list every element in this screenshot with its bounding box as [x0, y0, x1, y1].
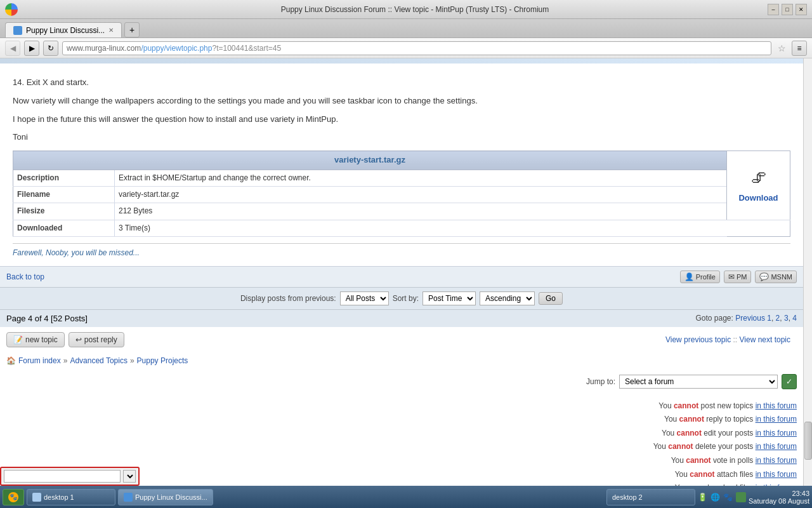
forum-bottom-bar: Page 4 of 4 [52 Posts] Goto page: Previo… [0, 309, 803, 327]
scrollbar-thumb[interactable] [804, 422, 812, 460]
page-2-link[interactable]: 2 [776, 314, 780, 323]
pm-icon: ✉ [728, 272, 735, 281]
back-to-top-link[interactable]: Back to top [6, 272, 44, 281]
signature-text: Farewell, Nooby, you will be missed... [13, 248, 140, 257]
download-bar [0, 467, 140, 486]
para2: I hope in the future this will answer th… [13, 113, 790, 126]
goto-page: Goto page: Previous 1, 2, 3, 4 [695, 314, 797, 323]
window-controls: – □ ✕ [768, 4, 807, 15]
msnm-icon: 💬 [759, 272, 769, 281]
chrome-logo [5, 3, 18, 16]
url-scheme: www.murga-linux.com [67, 44, 141, 53]
view-next-topic-link[interactable]: View next topic [740, 335, 791, 344]
pm-label: PM [737, 273, 747, 281]
breadcrumb: 🏠 Forum index » Advanced Topics » Puppy … [0, 352, 803, 369]
order-select[interactable]: Ascending [480, 291, 535, 305]
post-footer: Back to top 👤 Profile ✉ PM 💬 MSNM [0, 266, 803, 287]
post-reply-icon: ↩ [75, 335, 82, 344]
msnm-button[interactable]: 💬 MSNM [755, 271, 797, 283]
profile-icon: 👤 [684, 272, 694, 281]
menu-button[interactable]: ≡ [792, 41, 807, 56]
para1: Now variety will change the wallpapers a… [13, 95, 790, 108]
perm-link-1[interactable]: in this forum [756, 401, 797, 410]
address-bar[interactable]: www.murga-linux.com /puppy/viewtopic.php… [62, 41, 771, 55]
pm-button[interactable]: ✉ PM [724, 271, 752, 283]
posts-count[interactable]: 52 Posts [53, 314, 86, 323]
description-row: Description Extract in $HOME/Startup and… [13, 170, 790, 186]
home-icon: 🏠 [6, 356, 16, 365]
maximize-button[interactable]: □ [782, 4, 793, 15]
title-bar: Puppy Linux Discussion Forum :: View top… [0, 0, 812, 19]
perm-link-4[interactable]: in this forum [756, 442, 797, 451]
filename-row: Filename variety-start.tar.gz [13, 187, 790, 203]
reload-button[interactable]: ↻ [43, 41, 58, 56]
tab-bar: Puppy Linux Discussi... ✕ + [0, 19, 812, 38]
browser-content: 14. Exit X and startx. Now variety will … [0, 58, 812, 486]
jump-select[interactable]: Select a forum [619, 375, 778, 389]
download-cell: 🖇 Download [727, 151, 790, 220]
author-name: Toni [13, 131, 790, 144]
cannot-5: cannot [686, 456, 710, 465]
sort-by-label: Sort by: [393, 294, 419, 303]
view-prev-topic-link[interactable]: View previous topic [665, 335, 731, 344]
forward-button[interactable]: ▶ [24, 41, 39, 56]
new-topic-icon: 📝 [13, 335, 23, 344]
jump-label: Jump to: [586, 377, 615, 386]
perm-link-2[interactable]: in this forum [756, 415, 797, 424]
profile-button[interactable]: 👤 Profile [680, 271, 720, 283]
step-14: 14. Exit X and startx. [13, 76, 790, 90]
cannot-6: cannot [690, 470, 714, 479]
description-label: Description [13, 170, 115, 186]
page-info: Page 4 of 4 [52 Posts] [6, 314, 88, 323]
navigation-bar: ◀ ▶ ↻ www.murga-linux.com /puppy/viewtop… [0, 38, 812, 58]
bookmark-button[interactable]: ☆ [775, 42, 788, 55]
download-dropdown[interactable] [123, 470, 136, 483]
page-number: Page 4 of 4 [6, 314, 49, 323]
tab-close-button[interactable]: ✕ [108, 27, 114, 34]
attachment-table: variety-start.tar.gz 🖇 Download Descript… [13, 150, 790, 237]
display-posts-label: Display posts from previous: [240, 294, 336, 303]
tab-favicon [13, 26, 22, 35]
perm-link-6[interactable]: in this forum [756, 470, 797, 479]
jump-go-button[interactable]: ✓ [782, 374, 797, 389]
sort-by-select[interactable]: Post Time [422, 291, 476, 305]
active-tab[interactable]: Puppy Linux Discussi... ✕ [5, 22, 122, 37]
all-posts-select[interactable]: All Posts [340, 291, 389, 305]
perm-link-5[interactable]: in this forum [756, 456, 797, 465]
downloaded-label: Downloaded [13, 220, 115, 236]
download-icon: 🖇 [731, 166, 786, 190]
window-title: Puppy Linux Discussion Forum :: View top… [23, 5, 807, 14]
cannot-4: cannot [668, 442, 693, 451]
download-link[interactable]: Download [738, 193, 778, 203]
prev-page-link[interactable]: Previous [735, 314, 765, 323]
profile-label: Profile [696, 273, 716, 281]
page-4-link[interactable]: 4 [792, 314, 797, 323]
close-button[interactable]: ✕ [796, 4, 807, 15]
minimize-button[interactable]: – [768, 4, 779, 15]
cannot-3: cannot [677, 429, 702, 438]
goto-label: Goto page: [695, 314, 733, 323]
breadcrumb-sep1: » [63, 356, 68, 365]
page-3-link[interactable]: 3 [784, 314, 789, 323]
view-nav: View previous topic :: View next topic [659, 334, 797, 345]
action-buttons: 📝 new topic ↩ post reply View previous t… [0, 327, 803, 352]
filename-label: Filename [13, 187, 115, 203]
puppy-projects-link[interactable]: Puppy Projects [137, 356, 188, 365]
filesize-label: Filesize [13, 203, 115, 220]
new-topic-button[interactable]: 📝 new topic [6, 332, 65, 347]
cannot-2: cannot [679, 415, 704, 424]
new-tab-button[interactable]: + [124, 22, 140, 37]
page-1-link[interactable]: 1 [767, 314, 771, 323]
post-reply-button[interactable]: ↩ post reply [69, 332, 124, 347]
forum-index-link[interactable]: Forum index [18, 356, 61, 365]
go-button[interactable]: Go [539, 292, 563, 305]
downloaded-value: 3 Time(s) [115, 220, 727, 236]
back-button[interactable]: ◀ [5, 41, 20, 56]
filesize-row: Filesize 212 Bytes [13, 203, 790, 220]
advanced-topics-link[interactable]: Advanced Topics [70, 356, 128, 365]
breadcrumb-sep2: » [130, 356, 134, 365]
scrollbar[interactable] [803, 58, 812, 486]
download-input[interactable] [4, 470, 121, 483]
perm-link-3[interactable]: in this forum [756, 429, 797, 438]
perm-row-2: You cannot reply to topics in this forum [6, 413, 797, 427]
